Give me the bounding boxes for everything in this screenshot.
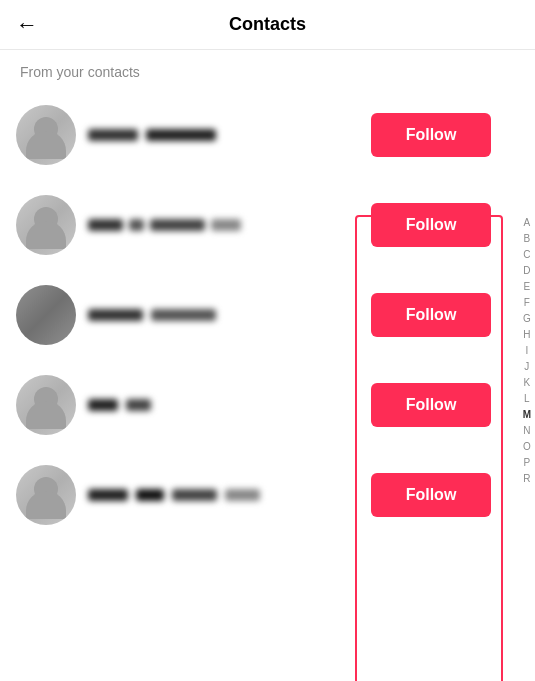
alpha-J[interactable]: J — [524, 359, 529, 374]
back-button[interactable]: ← — [16, 12, 38, 38]
alpha-N[interactable]: N — [523, 423, 530, 438]
follow-button[interactable]: Follow — [371, 473, 491, 517]
list-item: Follow — [0, 270, 507, 360]
alpha-I[interactable]: I — [525, 343, 528, 358]
alpha-B[interactable]: B — [523, 231, 530, 246]
user-info — [76, 219, 371, 231]
alpha-C[interactable]: C — [523, 247, 530, 262]
user-info — [76, 129, 371, 141]
user-info — [76, 309, 371, 321]
alpha-R[interactable]: R — [523, 471, 530, 486]
list-item: Follow — [0, 90, 507, 180]
avatar — [16, 375, 76, 435]
list-item: Follow — [0, 360, 507, 450]
follow-button[interactable]: Follow — [371, 293, 491, 337]
user-info — [76, 489, 371, 501]
follow-button[interactable]: Follow — [371, 113, 491, 157]
alphabet-index: A B C D E F G H I J K L M N O P R — [523, 215, 531, 486]
alpha-E[interactable]: E — [523, 279, 530, 294]
alpha-O[interactable]: O — [523, 439, 531, 454]
list-item: Follow — [0, 180, 507, 270]
avatar — [16, 465, 76, 525]
alpha-M[interactable]: M — [523, 407, 531, 422]
follow-button[interactable]: Follow — [371, 203, 491, 247]
avatar — [16, 195, 76, 255]
list-item: Follow — [0, 450, 507, 540]
alpha-F[interactable]: F — [524, 295, 530, 310]
header: ← Contacts — [0, 0, 535, 50]
alpha-K[interactable]: K — [523, 375, 530, 390]
alpha-L[interactable]: L — [524, 391, 530, 406]
avatar — [16, 105, 76, 165]
alpha-D[interactable]: D — [523, 263, 530, 278]
alpha-P[interactable]: P — [523, 455, 530, 470]
alpha-G[interactable]: G — [523, 311, 531, 326]
user-info — [76, 399, 371, 411]
alpha-A[interactable]: A — [523, 215, 530, 230]
alpha-H[interactable]: H — [523, 327, 530, 342]
section-label: From your contacts — [0, 50, 535, 90]
contact-list: Follow Follow Follow — [0, 90, 535, 540]
avatar — [16, 285, 76, 345]
page-title: Contacts — [229, 14, 306, 35]
follow-button[interactable]: Follow — [371, 383, 491, 427]
